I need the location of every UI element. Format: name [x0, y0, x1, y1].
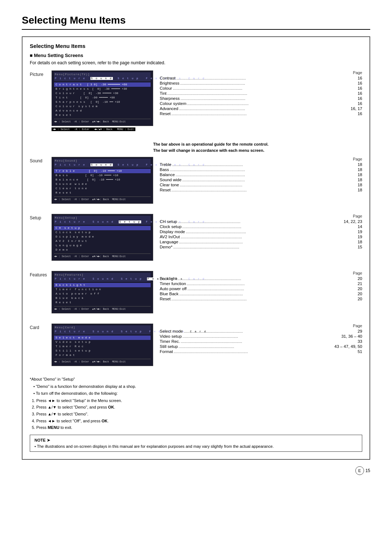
picture-nav: Menu[Picture(TV)] P i c t u r e S o u n … [54, 72, 151, 81]
about-demo-step5: Press MENU to exit. [36, 425, 362, 431]
about-demo-title: *About "Demo" in "Setup" [30, 376, 362, 383]
picture-item-reset: R e s e t [54, 113, 151, 117]
note-icon: NOTE ➤ [34, 438, 50, 443]
picture-screen-wrapper: Menu[Picture(TV)] P i c t u r e S o u n … [52, 70, 160, 131]
picture-sharpness-row: Sharpness ..............................… [160, 96, 362, 101]
setup-menu-row: Setup Menu[Setup] P i c t u r e S o u n … [30, 214, 362, 261]
setup-item-av2inout: A V 2 I n / O u t [54, 239, 151, 243]
features-autopoweroff-row: Auto power off .........................… [160, 286, 362, 291]
sound-page-list: Page Treble ............................… [160, 157, 362, 192]
sound-item-bass: B a s s [ 0] -10 ━━━━ +10 [54, 173, 151, 178]
card-item-format: F o r m a t [54, 353, 151, 357]
page-e-label: E [358, 468, 361, 473]
card-item-selectmode: S e l e c t m o d e [54, 336, 151, 340]
picture-brightness-row: Brightness .............................… [160, 81, 362, 86]
picture-coloursystem-row: Colour system ..........................… [160, 101, 362, 106]
note-text: • The illustrations and on-screen displa… [34, 444, 274, 449]
features-label: Features [30, 271, 52, 277]
picture-screen: Menu[Picture(TV)] P i c t u r e S o u n … [52, 70, 153, 126]
features-item-reset: R e s e t [54, 300, 151, 305]
about-demo-step4: Press ◄► to select "Off", and press OK. [36, 418, 362, 425]
note-title: NOTE ➤ [34, 438, 358, 443]
sound-treble-row: Treble .................................… [160, 162, 362, 167]
about-demo-section: *About "Demo" in "Setup" • "Demo" is a f… [30, 376, 362, 431]
setup-item-chsetup: C H s e t u p [54, 226, 151, 230]
picture-contrast-row: Contrast ...............................… [160, 76, 362, 81]
setup-displaymode-row: Display mode ...........................… [160, 229, 362, 234]
picture-item-brightness: B r i g h t n e s s [ 0] -30 ━━━━━ +30 [54, 87, 151, 91]
features-reset-row: Reset...................................… [160, 296, 362, 301]
card-selectmode-row: Select mode ............................… [160, 329, 362, 334]
op-guide-text: The bar above is an operational guide fo… [153, 141, 269, 153]
sound-balance-row: Balance ................................… [160, 172, 362, 177]
page-title: Selecting Menu Items [22, 15, 370, 30]
setup-menu-bar: ◄► : Select ○K : Enter ▲▼/◄►: Back MENU:… [54, 253, 151, 259]
card-screen: Menu[Card] P i c t u r e S o u n d S e t… [52, 324, 153, 366]
sound-item-soundwide: S o u n d w i d e [54, 182, 151, 186]
setup-av2inout-row: AV2 In/Out .............................… [160, 234, 362, 239]
features-item-blueback: B l u e b a c k [54, 296, 151, 300]
page-circle: E [355, 466, 364, 475]
sound-bass-row: Bass ...................................… [160, 167, 362, 172]
picture-reset-row: Reset...................................… [160, 111, 362, 116]
setup-chsetup-row: CH setup ...............................… [160, 219, 362, 224]
setup-item-language: L a n g u a g e [54, 243, 151, 248]
subtitle-text: For details on each setting screen, refe… [30, 60, 362, 65]
setup-language-row: Language ...............................… [160, 239, 362, 244]
card-timerrec-row: Timer Rec. .............................… [160, 339, 362, 344]
section-box: Selecting Menu Items ■ Menu Setting Scre… [22, 36, 370, 460]
picture-item-sharpness: S h a r p n e s s [ 0] -10 ━━ +10 [54, 100, 151, 104]
about-demo-step3: Press ▲/▼ to select "Demo". [36, 411, 362, 418]
op-bar: ◄► : Select ○K : Enter ◄►/▲▼ : Back MENU… [52, 127, 135, 131]
sound-label: Sound [30, 157, 52, 163]
card-nav: Menu[Card] P i c t u r e S o u n d S e t… [54, 325, 151, 334]
features-blueback-row: Blue Back ..............................… [160, 291, 362, 296]
picture-tint-row: Tint ...................................… [160, 91, 362, 96]
picture-label: Picture [30, 70, 52, 77]
features-backlight-row: Backlight ..............................… [160, 276, 362, 281]
setup-item-displaymode: D i s p l a y m o d e [54, 235, 151, 239]
about-demo-steps: Press ◄► to select "Setup" in the Menu s… [30, 398, 362, 431]
features-nav: Menu[Features] P i c t u r e S o u n d S… [54, 273, 151, 282]
page-header-picture: Page [160, 70, 362, 75]
card-format-row: Format..................................… [160, 349, 362, 354]
sound-item-cleartone: C l e a r t o n e [54, 186, 151, 191]
picture-item-advanced: A d v a n c e d [54, 109, 151, 113]
setup-demo-row: Demo* ..................................… [160, 244, 362, 249]
page-header-features: Page [160, 271, 362, 275]
about-demo-bullet1: • "Demo" is a function for demonstration… [30, 383, 362, 390]
note-box: NOTE ➤ • The illustrations and on-screen… [30, 435, 362, 452]
card-item-videosetup: V i d e o s e t u p [54, 340, 151, 344]
picture-item-tint: T i n t [ 0] -90 ━━━━━ +90 [54, 96, 151, 100]
features-timerfunction-row: Timer function .........................… [160, 281, 362, 286]
sound-screen: Menu[Sound] P i c t u r e S o u n d S e … [52, 157, 153, 204]
section-title: Selecting Menu Items [30, 43, 362, 49]
setup-label: Setup [30, 214, 52, 220]
features-menu-row: Features Menu[Features] P i c t u r e S … [30, 271, 362, 313]
sound-cleartone-row: Clear tone .............................… [160, 182, 362, 187]
setup-nav: Menu[Setup] P i c t u r e S o u n d S e … [54, 216, 151, 225]
about-demo-step1: Press ◄► to select "Setup" in the Menu s… [36, 398, 362, 404]
sound-item-balance: B a l a n c e [ 0] -10 ━━━━ +10 [54, 178, 151, 182]
setup-page-list: Page CH setup ..........................… [160, 214, 362, 249]
sound-menu-row: Sound Menu[Sound] P i c t u r e S o u n … [30, 157, 362, 204]
picture-menu-bar: ◄► : Select ○K : Enter ▲▼/◄►: Back MENU:… [54, 119, 151, 124]
features-item-backlight: B a c k l i g h t [54, 283, 151, 287]
setup-item-demo: D e m o [54, 248, 151, 252]
features-screen: Menu[Features] P i c t u r e S o u n d S… [52, 271, 153, 313]
setup-clocksetup-row: Clock setup ............................… [160, 224, 362, 229]
picture-colour-row: Colour .................................… [160, 86, 362, 91]
card-menu-row: Card Menu[Card] P i c t u r e S o u n d … [30, 324, 362, 366]
card-menu-bar: ◄► : Select ○K : Enter ▲▼/◄►: Back MENU:… [54, 359, 151, 364]
card-stillsetup-row: Still setup ............................… [160, 344, 362, 349]
menu-setting-screens-heading: ■ Menu Setting Screens [30, 53, 362, 58]
sound-reset-row: Reset...................................… [160, 187, 362, 192]
picture-item-colour: C o l o u r [ 0] -30 ━━━━━ +30 [54, 91, 151, 96]
sound-item-reset: R e s e t [54, 191, 151, 195]
about-demo-step2: Press ▲/▼ to select "Demo", and press OK… [36, 404, 362, 411]
setup-item-clocksetup: C l o c k s e t u p [54, 230, 151, 235]
card-videosetup-row: Video setup ............................… [160, 334, 362, 339]
about-demo-bullet2: • To turn off the demonstration, do the … [30, 390, 362, 397]
features-menu-bar: ◄► : Select ○K : Enter ▲▼/◄►: Back MENU:… [54, 306, 151, 311]
picture-item-coloursystem: C o l o u r s y s t e m [54, 104, 151, 109]
